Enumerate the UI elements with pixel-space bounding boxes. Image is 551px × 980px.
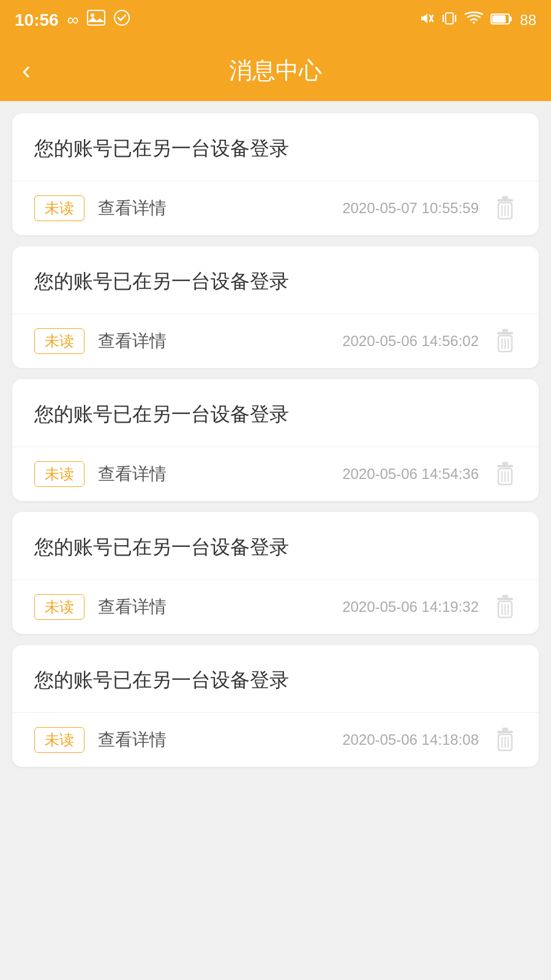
svg-rect-30 — [502, 595, 508, 598]
status-bar: 10:56 ∞ — [0, 0, 551, 40]
message-title: 您的账号已在另一台设备登录 — [34, 669, 289, 691]
view-detail-button[interactable]: 查看详情 — [98, 462, 167, 486]
image-icon — [87, 10, 105, 30]
unread-badge: 未读 — [34, 594, 84, 620]
message-title-row: 您的账号已在另一台设备登录 — [12, 379, 539, 447]
message-left: 未读 查看详情 — [34, 461, 167, 487]
svg-rect-9 — [509, 17, 512, 21]
svg-rect-18 — [502, 329, 508, 332]
message-right: 2020-05-06 14:18:08 — [342, 726, 517, 753]
svg-rect-0 — [88, 10, 105, 25]
mute-icon — [418, 10, 434, 30]
view-detail-button[interactable]: 查看详情 — [98, 197, 167, 220]
message-timestamp: 2020-05-07 10:55:59 — [342, 200, 479, 217]
svg-rect-36 — [502, 728, 508, 731]
view-detail-button[interactable]: 查看详情 — [98, 595, 167, 619]
message-title: 您的账号已在另一台设备登录 — [34, 403, 289, 425]
vibrate-icon — [441, 10, 457, 30]
svg-rect-24 — [502, 462, 508, 465]
battery-level: 88 — [520, 12, 536, 29]
unread-badge: 未读 — [34, 461, 84, 487]
delete-button[interactable] — [493, 594, 517, 620]
message-title: 您的账号已在另一台设备登录 — [34, 270, 289, 292]
message-card: 您的账号已在另一台设备登录 未读 查看详情 2020-05-06 14:56:0… — [12, 246, 539, 368]
svg-rect-23 — [497, 465, 513, 467]
message-title-row: 您的账号已在另一台设备登录 — [12, 512, 539, 580]
svg-rect-12 — [502, 196, 508, 199]
view-detail-button[interactable]: 查看详情 — [98, 330, 167, 353]
message-timestamp: 2020-05-06 14:18:08 — [342, 731, 479, 748]
message-timestamp: 2020-05-06 14:54:36 — [342, 466, 479, 483]
message-list: 您的账号已在另一台设备登录 未读 查看详情 2020-05-07 10:55:5… — [0, 101, 551, 779]
message-action-row: 未读 查看详情 2020-05-06 14:56:02 — [12, 314, 539, 368]
message-title: 您的账号已在另一台设备登录 — [34, 536, 289, 558]
status-left: 10:56 ∞ — [15, 10, 130, 30]
message-left: 未读 查看详情 — [34, 328, 167, 354]
svg-rect-17 — [497, 332, 513, 334]
svg-rect-10 — [492, 15, 506, 23]
message-title-row: 您的账号已在另一台设备登录 — [12, 113, 539, 181]
unread-badge: 未读 — [34, 727, 84, 753]
message-right: 2020-05-06 14:54:36 — [342, 461, 517, 488]
back-button[interactable]: ‹ — [22, 58, 31, 83]
message-left: 未读 查看详情 — [34, 195, 167, 221]
message-timestamp: 2020-05-06 14:56:02 — [342, 333, 479, 350]
status-time: 10:56 — [15, 10, 59, 30]
svg-rect-29 — [497, 598, 513, 600]
page-title: 消息中心 — [229, 55, 322, 86]
message-right: 2020-05-06 14:19:32 — [342, 594, 517, 620]
svg-point-1 — [91, 13, 94, 17]
message-action-row: 未读 查看详情 2020-05-07 10:55:59 — [12, 181, 539, 235]
message-right: 2020-05-06 14:56:02 — [342, 328, 517, 355]
status-right: 88 — [418, 10, 536, 30]
delete-button[interactable] — [493, 461, 517, 488]
wifi-icon — [465, 12, 483, 29]
unread-badge: 未读 — [34, 328, 84, 354]
message-action-row: 未读 查看详情 2020-05-06 14:54:36 — [12, 447, 539, 501]
delete-button[interactable] — [493, 195, 517, 222]
message-timestamp: 2020-05-06 14:19:32 — [342, 598, 479, 616]
svg-point-2 — [114, 10, 129, 25]
message-card: 您的账号已在另一台设备登录 未读 查看详情 2020-05-06 14:18:0… — [12, 645, 539, 767]
message-card: 您的账号已在另一台设备登录 未读 查看详情 2020-05-06 14:54:3… — [12, 379, 539, 501]
message-card: 您的账号已在另一台设备登录 未读 查看详情 2020-05-06 14:19:3… — [12, 512, 539, 634]
message-title: 您的账号已在另一台设备登录 — [34, 137, 289, 159]
svg-rect-35 — [497, 731, 513, 733]
message-action-row: 未读 查看详情 2020-05-06 14:19:32 — [12, 580, 539, 634]
message-card: 您的账号已在另一台设备登录 未读 查看详情 2020-05-07 10:55:5… — [12, 113, 539, 235]
delete-button[interactable] — [493, 328, 517, 355]
unread-badge: 未读 — [34, 195, 84, 221]
page-header: ‹ 消息中心 — [0, 40, 551, 101]
message-title-row: 您的账号已在另一台设备登录 — [12, 246, 539, 314]
view-detail-button[interactable]: 查看详情 — [98, 728, 167, 752]
check-circle-icon — [114, 10, 130, 30]
svg-rect-11 — [497, 199, 513, 202]
message-action-row: 未读 查看详情 2020-05-06 14:18:08 — [12, 713, 539, 767]
message-left: 未读 查看详情 — [34, 727, 167, 753]
delete-button[interactable] — [493, 726, 517, 753]
battery-outline-icon — [490, 12, 512, 29]
svg-rect-5 — [446, 13, 453, 24]
message-left: 未读 查看详情 — [34, 594, 167, 620]
message-right: 2020-05-07 10:55:59 — [342, 195, 517, 222]
message-title-row: 您的账号已在另一台设备登录 — [12, 645, 539, 713]
infinite-icon: ∞ — [67, 10, 79, 29]
